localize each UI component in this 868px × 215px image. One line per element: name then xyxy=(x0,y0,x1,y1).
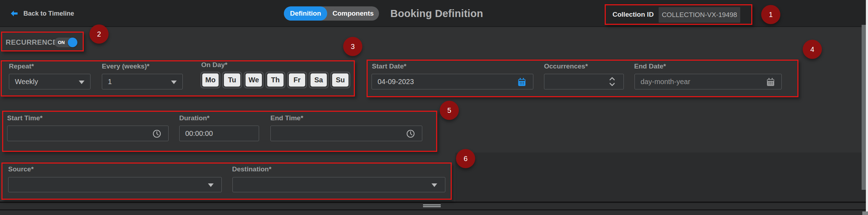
duration-input[interactable] xyxy=(179,126,259,141)
every-weeks-value: 1 xyxy=(108,78,112,86)
day-button-we[interactable]: We xyxy=(246,73,262,87)
day-frame-tu: Tu xyxy=(222,72,242,88)
every-weeks-select[interactable]: 1 xyxy=(102,74,183,89)
clock-icon[interactable] xyxy=(152,129,161,138)
scrollbar-track[interactable] xyxy=(866,0,868,215)
day-button-tu[interactable]: Tu xyxy=(224,73,240,87)
end-time-input[interactable] xyxy=(270,126,422,141)
annotation-badge-3: 3 xyxy=(343,37,362,56)
day-frame-su: Su xyxy=(330,72,350,88)
day-frame-mo: Mo xyxy=(200,72,220,88)
repeat-value: Weekly xyxy=(15,78,38,86)
splitter-grip-icon[interactable] xyxy=(423,204,441,205)
chevron-down-icon xyxy=(79,81,84,84)
spinner-up-down-icon[interactable] xyxy=(608,76,617,87)
end-date-input[interactable] xyxy=(634,74,782,89)
day-button-fr[interactable]: Fr xyxy=(289,73,305,87)
destination-select[interactable] xyxy=(232,177,445,192)
day-button-th[interactable]: Th xyxy=(267,73,284,87)
scrollbar-corner xyxy=(862,211,868,215)
clock-icon[interactable] xyxy=(406,129,415,138)
splitter-bar[interactable] xyxy=(0,203,868,209)
annotation-badge-5: 5 xyxy=(440,101,459,120)
start-time-label: Start Time* xyxy=(7,114,43,122)
source-select[interactable] xyxy=(8,177,222,192)
back-to-timeline-label: Back to Timeline xyxy=(23,10,74,17)
duration-label: Duration* xyxy=(179,114,210,122)
repeat-select[interactable]: Weekly xyxy=(9,74,90,89)
annotation-badge-1: 1 xyxy=(761,5,780,24)
day-frame-fr: Fr xyxy=(287,72,307,88)
toggle-knob[interactable] xyxy=(68,38,77,47)
every-weeks-label: Every (weeks)* xyxy=(102,62,149,70)
calendar-icon[interactable] xyxy=(765,77,775,87)
chevron-down-icon xyxy=(432,183,437,187)
repeat-label: Repeat* xyxy=(9,62,34,70)
recurrences-label: RECURRENCES xyxy=(6,38,62,46)
chevron-down-icon xyxy=(208,183,214,187)
end-date-label: End Date* xyxy=(634,62,666,70)
day-frame-we: We xyxy=(244,72,264,88)
occurrences-label: Occurrences* xyxy=(544,62,588,70)
end-time-label: End Time* xyxy=(270,114,303,122)
start-time-input[interactable] xyxy=(7,126,169,141)
on-day-label: On Day* xyxy=(201,61,227,69)
calendar-icon[interactable] xyxy=(517,77,527,87)
annotation-badge-2: 2 xyxy=(89,24,109,44)
annotation-badge-4: 4 xyxy=(803,40,822,59)
destination-label: Destination* xyxy=(232,165,271,173)
booking-definition-screen: Back to Timeline Definition Components B… xyxy=(0,0,868,215)
page-title: Booking Definition xyxy=(390,8,483,20)
scrollbar-thumb[interactable] xyxy=(862,25,866,190)
day-button-sa[interactable]: Sa xyxy=(311,73,327,87)
top-bar: Back to Timeline Definition Components B… xyxy=(0,0,868,27)
definition-components-toggle: Definition Components xyxy=(284,6,379,21)
start-date-input[interactable] xyxy=(372,74,533,89)
day-button-su[interactable]: Su xyxy=(332,73,348,87)
chevron-down-icon xyxy=(171,81,177,84)
background-region xyxy=(455,153,866,202)
bottom-panel-edge xyxy=(0,210,868,215)
collection-id-value: COLLECTION-VX-19498 xyxy=(659,7,740,23)
day-frame-sa: Sa xyxy=(309,72,329,88)
start-date-label: Start Date* xyxy=(372,62,406,70)
tab-components[interactable]: Components xyxy=(327,6,379,21)
source-label: Source* xyxy=(8,165,34,173)
back-to-timeline-link[interactable]: Back to Timeline xyxy=(10,8,74,19)
day-frame-th: Th xyxy=(265,72,285,88)
day-button-mo[interactable]: Mo xyxy=(202,73,219,87)
back-arrow-icon xyxy=(10,9,18,18)
toggle-on-label: ON xyxy=(58,40,65,45)
tab-definition[interactable]: Definition xyxy=(284,6,327,21)
recurrences-toggle[interactable]: ON xyxy=(54,38,77,47)
splitter-grip-icon[interactable] xyxy=(423,206,441,207)
annotation-badge-6: 6 xyxy=(456,149,475,168)
collection-id-label: Collection ID xyxy=(612,11,654,18)
